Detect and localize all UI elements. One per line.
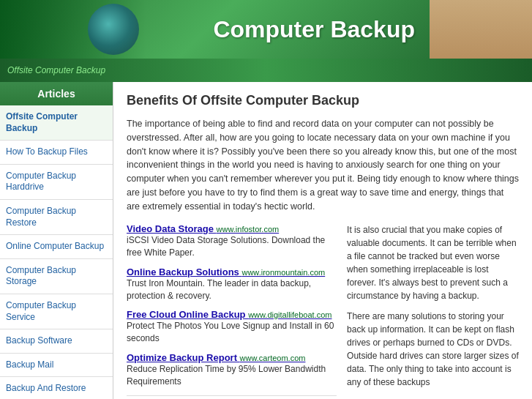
two-column-layout: Video Data Storage www.infostor.com iSCS… [127, 223, 519, 399]
text-column: It is also crucial that you make copies … [347, 223, 519, 399]
sidebar: Articles Offsite Computer BackupHow To B… [0, 82, 113, 399]
sidebar-items: Offsite Computer BackupHow To Backup Fil… [0, 105, 113, 399]
right-col-para-1: There are many solutions to storing your… [347, 310, 519, 389]
sidebar-item-6[interactable]: Computer Backup Service [0, 294, 113, 329]
main-content: Benefits Of Offsite Computer Backup The … [113, 82, 532, 399]
ad-item-3: Optimize Backup Report www.carteom.com R… [127, 352, 337, 388]
sidebar-item-3[interactable]: Computer Backup Restore [0, 200, 113, 235]
banner: Offsite Computer Backup [0, 59, 532, 82]
sidebar-item-1[interactable]: How To Backup Files [0, 141, 113, 165]
ad-item-2: Free Cloud Online Backup www.digitallife… [127, 309, 337, 345]
ad-link-0[interactable]: Video Data Storage www.infostor.com [127, 223, 337, 234]
ads-container: Video Data Storage www.infostor.com iSCS… [127, 223, 337, 387]
layout: Articles Offsite Computer BackupHow To B… [0, 82, 532, 399]
intro-text: The importance of being able to find and… [127, 117, 519, 213]
right-col-para-0: It is also crucial that you make copies … [347, 223, 519, 302]
globe-decoration [88, 4, 139, 55]
ad-domain-0: www.infostor.com [217, 225, 280, 234]
ad-domain-2: www.digitallifeboat.com [248, 310, 331, 319]
sidebar-item-0[interactable]: Offsite Computer Backup [0, 105, 113, 141]
ad-desc-0: iSCSI Video Data Storage Solutions. Down… [127, 234, 337, 259]
ad-desc-2: Protect The Photos You Love Signup and I… [127, 320, 337, 345]
sidebar-title: Articles [0, 82, 113, 105]
ad-footer: ◄ ► ⓘ AdChoices ► [127, 395, 337, 399]
ad-link-2[interactable]: Free Cloud Online Backup www.digitallife… [127, 309, 337, 320]
ad-link-1[interactable]: Online Backup Solutions www.ironmountain… [127, 266, 337, 277]
ad-link-3[interactable]: Optimize Backup Report www.carteom.com [127, 352, 337, 363]
sidebar-item-8[interactable]: Backup Mail [0, 354, 113, 378]
header: Computer Backup [0, 0, 532, 59]
ad-desc-1: Trust Iron Mountain. The leader in data … [127, 277, 337, 302]
ad-domain-3: www.carteom.com [240, 354, 306, 362]
header-woman-image [430, 0, 532, 59]
ad-domain-1: www.ironmountain.com [241, 268, 325, 277]
ad-item-1: Online Backup Solutions www.ironmountain… [127, 266, 337, 302]
ad-desc-3: Reduce Replication Time by 95% Lower Ban… [127, 363, 337, 388]
sidebar-item-9[interactable]: Backup And Restore [0, 377, 113, 399]
sidebar-item-5[interactable]: Computer Backup Storage [0, 259, 113, 294]
sidebar-item-7[interactable]: Backup Software [0, 329, 113, 354]
banner-text: Offsite Computer Backup [7, 65, 105, 75]
header-title: Computer Backup [213, 16, 415, 43]
sidebar-item-2[interactable]: Computer Backup Harddrive [0, 165, 113, 200]
ads-column: Video Data Storage www.infostor.com iSCS… [127, 223, 337, 399]
content-title: Benefits Of Offsite Computer Backup [127, 93, 519, 108]
ad-item-0: Video Data Storage www.infostor.com iSCS… [127, 223, 337, 259]
sidebar-item-4[interactable]: Online Computer Backup [0, 235, 113, 259]
